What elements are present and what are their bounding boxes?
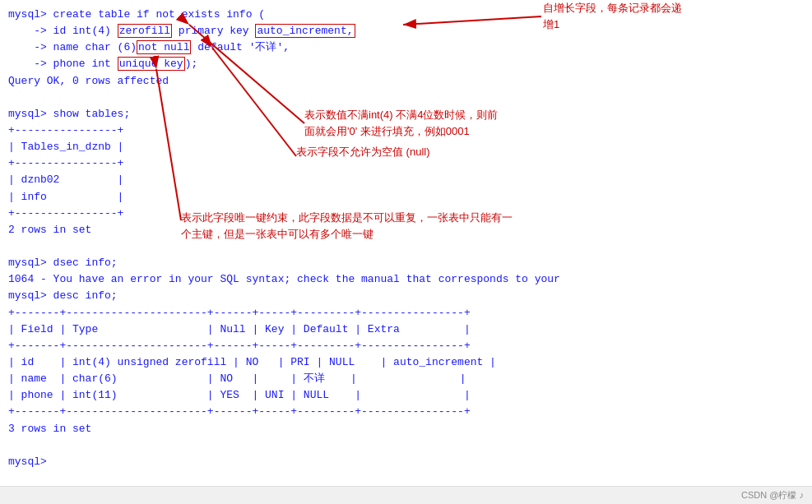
- terminal-desc-row-id: | id | int(4) unsigned zerofill | NO | P…: [8, 354, 804, 371]
- terminal-rows-set-2: 3 rows in set: [8, 421, 804, 437]
- terminal-line-3: -> name char (6)not null default '不详',: [8, 39, 804, 56]
- terminal-desc-border-3: +-------+----------------------+------+-…: [8, 404, 804, 420]
- annotation-unique-key: 表示此字段唯一键约束，此字段数据是不可以重复，一张表中只能有一个主键，但是一张表…: [181, 210, 617, 242]
- main-container: mysql> create table if not exists info (…: [0, 0, 812, 504]
- terminal-desc-border-2: +-------+----------------------+------+-…: [8, 338, 804, 354]
- terminal-line-4: -> phone int unique key);: [8, 56, 804, 72]
- annotation-not-null: 表示字段不允许为空值 (null): [296, 144, 559, 160]
- not-null-highlight: not null: [137, 40, 191, 54]
- terminal-table-row-1: | dznb02 |: [8, 172, 804, 188]
- terminal-line-5: Query OK, 0 rows affected: [8, 73, 804, 90]
- terminal-blank-1: [8, 90, 804, 106]
- unique-key-highlight: unique key: [118, 57, 185, 71]
- terminal-desc-header: | Field | Type | Null | Key | Default | …: [8, 321, 804, 338]
- terminal-desc-row-phone: | phone | int(11) | YES | UNI | NULL | |: [8, 387, 804, 404]
- terminal-prompt: mysql>: [8, 454, 804, 470]
- terminal-desc-row-name: | name | char(6) | NO | | 不详 | |: [8, 371, 804, 387]
- auto-increment-highlight: auto_increment,: [255, 24, 355, 38]
- terminal-dsec: mysql> dsec info;: [8, 255, 804, 271]
- annotation-auto-increment: 自增长字段，每条记录都会递增1: [543, 0, 786, 32]
- csdn-label: CSDN @柠檬 ♪: [741, 489, 804, 502]
- bottom-bar: CSDN @柠檬 ♪: [0, 486, 812, 504]
- terminal-table-row-2: | info |: [8, 189, 804, 206]
- zerofill-highlight: zerofill: [118, 24, 172, 38]
- terminal-desc: mysql> desc info;: [8, 288, 804, 304]
- terminal-desc-border-1: +-------+----------------------+------+-…: [8, 305, 804, 321]
- annotation-zerofill: 表示数值不满int(4) 不满4位数时候，则前面就会用'0' 来进行填充，例如0…: [304, 107, 617, 139]
- terminal-blank-3: [8, 437, 804, 454]
- terminal-area: mysql> create table if not exists info (…: [0, 0, 812, 486]
- terminal-error: 1064 - You have an error in your SQL syn…: [8, 271, 804, 288]
